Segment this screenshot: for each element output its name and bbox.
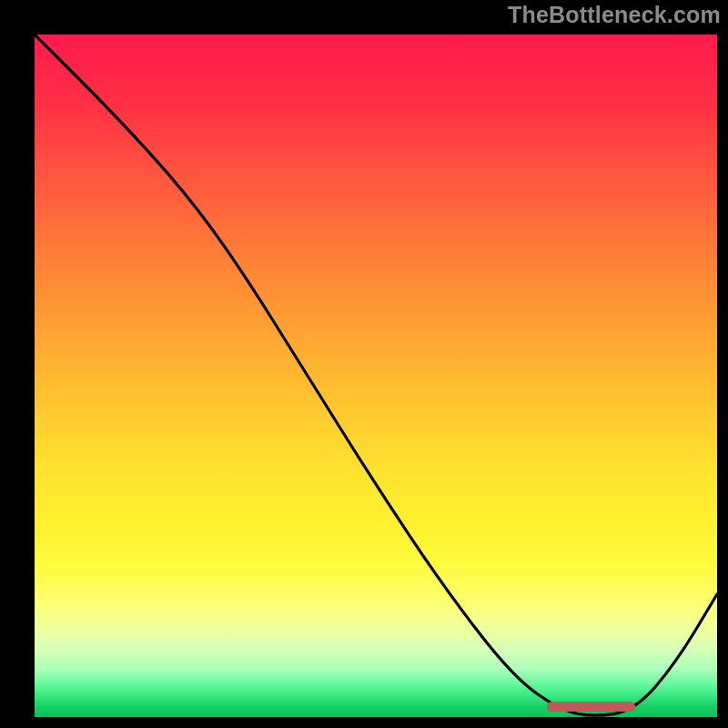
watermark-text: TheBottleneck.com xyxy=(508,2,721,28)
chart-line-series xyxy=(35,35,717,717)
optimal-range-marker xyxy=(547,702,636,712)
chart-plot-area xyxy=(35,35,717,717)
